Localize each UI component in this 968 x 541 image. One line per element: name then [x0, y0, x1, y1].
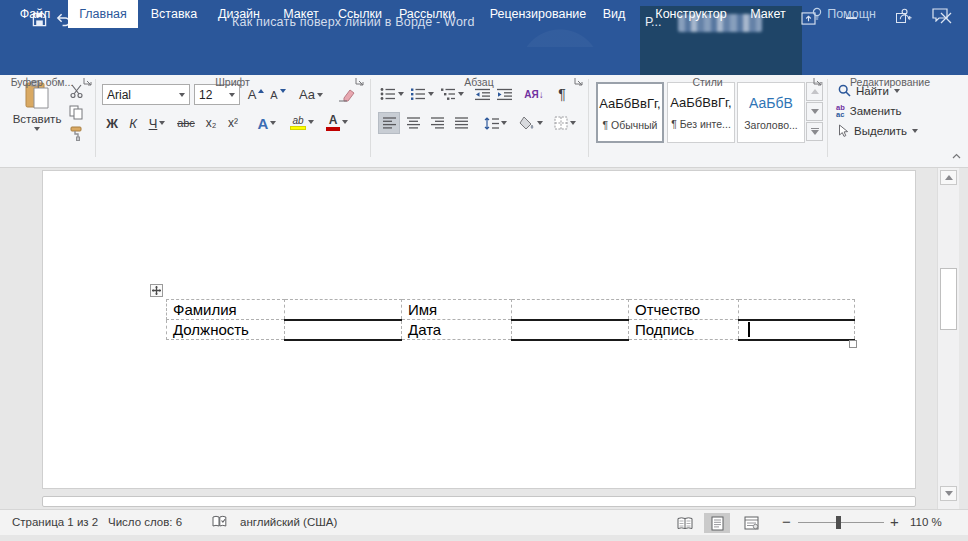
style-heading1-label: Заголово... [738, 119, 804, 131]
bold-button[interactable]: Ж [102, 112, 122, 134]
line-spacing-button[interactable] [480, 112, 510, 134]
table-row: Должность Дата Подпись [167, 320, 855, 340]
font-dialog-launcher-icon[interactable] [355, 77, 365, 87]
align-center-button[interactable] [402, 112, 424, 134]
cell-label[interactable]: Должность [167, 320, 285, 340]
numbering-icon [410, 87, 426, 101]
read-mode-button[interactable] [672, 513, 698, 533]
scroll-up-button[interactable] [940, 170, 957, 185]
zoom-slider-track[interactable] [798, 522, 884, 523]
superscript-glyph: x² [228, 116, 238, 130]
clipboard-dialog-launcher-icon[interactable] [83, 77, 93, 87]
print-layout-button[interactable] [704, 513, 730, 533]
font-size-value: 12 [199, 88, 212, 102]
tab-references[interactable]: Ссылки [334, 0, 386, 28]
align-left-icon [383, 117, 396, 129]
bullets-icon [380, 87, 396, 101]
strikethrough-glyph: abc [177, 117, 195, 129]
language-indicator[interactable]: английский (США) [240, 510, 337, 535]
page-indicator[interactable]: Страница 1 из 2 [12, 510, 98, 535]
cell-label[interactable]: Отчество [629, 300, 739, 320]
paragraph-dialog-launcher-icon[interactable] [574, 77, 584, 87]
styles-scroll-down-button[interactable] [806, 102, 823, 121]
tab-mailings[interactable]: Рассылки [394, 0, 460, 28]
word-count[interactable]: Число слов: 6 [108, 510, 182, 535]
vertical-scroll-thumb[interactable] [940, 268, 957, 330]
styles-group-label: Стили [588, 76, 827, 88]
tab-home[interactable]: Главная [68, 0, 138, 28]
tab-view[interactable]: Вид [596, 0, 632, 28]
font-group-label: Шрифт [95, 76, 370, 88]
italic-glyph: К [129, 116, 137, 131]
select-button[interactable]: Выделить [838, 124, 918, 137]
tab-file[interactable]: Файл [12, 0, 58, 28]
highlight-button[interactable]: ab [286, 110, 318, 134]
collapse-ribbon-button[interactable] [948, 148, 964, 164]
paste-button[interactable]: Вставить [10, 80, 64, 146]
lightbulb-icon [812, 7, 822, 21]
zoom-level[interactable]: 110 % [910, 510, 942, 535]
tab-table-design[interactable]: Конструктор [646, 0, 736, 28]
tab-review[interactable]: Рецензирование [484, 0, 592, 28]
format-painter-button[interactable] [64, 124, 88, 142]
web-layout-button[interactable] [738, 513, 764, 533]
align-right-button[interactable] [426, 112, 448, 134]
style-normal-label: ¶ Обычный [598, 119, 662, 131]
shading-button[interactable] [516, 112, 546, 134]
cell-label[interactable]: Подпись [629, 320, 739, 340]
replace-button[interactable]: ab ac Заменить [836, 104, 901, 118]
comments-button[interactable] [924, 0, 956, 28]
zoom-slider-thumb[interactable] [836, 516, 841, 529]
table-resize-handle[interactable] [849, 340, 857, 348]
tab-insert[interactable]: Вставка [146, 0, 202, 28]
document-page[interactable]: Фамилия Имя Отчество Должность Дата Подп… [42, 170, 916, 489]
vertical-scrollbar[interactable] [937, 168, 959, 509]
table-move-handle[interactable] [150, 284, 163, 297]
comment-icon [932, 8, 948, 22]
cell-label[interactable]: Имя [402, 300, 512, 320]
font-color-button[interactable]: А [322, 110, 352, 134]
tab-tell-me[interactable]: Помощн [806, 0, 882, 28]
scroll-up-icon [945, 175, 953, 180]
style-no-spacing[interactable]: АаБбВвГг, ¶ Без инте... [667, 82, 735, 143]
horizontal-scroll-thumb[interactable] [42, 496, 916, 507]
tab-layout[interactable]: Макет [276, 0, 326, 28]
superscript-button[interactable]: x² [222, 112, 244, 134]
borders-button[interactable] [550, 112, 580, 134]
chevron-up-icon [952, 153, 961, 159]
copy-button[interactable] [64, 103, 88, 121]
cell-blank-underlined[interactable] [512, 300, 629, 320]
zoom-in-button[interactable]: + [890, 509, 899, 534]
tell-me-label: Помощн [827, 0, 876, 28]
underline-button[interactable]: Ч [143, 112, 171, 134]
select-pointer-icon [838, 124, 849, 137]
share-button[interactable] [890, 0, 920, 28]
document-area: Фамилия Имя Отчество Должность Дата Подп… [0, 168, 968, 509]
text-effects-button[interactable]: А [252, 112, 282, 134]
cell-label[interactable]: Фамилия [167, 300, 285, 320]
cell-blank-underlined[interactable] [285, 300, 402, 320]
align-left-button[interactable] [378, 112, 400, 134]
style-heading1[interactable]: АаБбВ Заголово... [737, 82, 805, 143]
cell-blank-underlined[interactable] [512, 320, 629, 340]
grow-font-glyph: А [248, 87, 257, 102]
strikethrough-button[interactable]: abc [172, 112, 200, 134]
tab-table-layout[interactable]: Макет [742, 0, 794, 28]
word-table[interactable]: Фамилия Имя Отчество Должность Дата Подп… [166, 299, 855, 341]
clipboard-group-label: Буфер обм... [2, 76, 82, 88]
grow-arrow-icon [258, 89, 264, 93]
tab-design[interactable]: Дизайн [212, 0, 266, 28]
cell-blank-underlined[interactable] [739, 320, 855, 340]
cell-blank-underlined[interactable] [739, 300, 855, 320]
gallery-more-icon [811, 128, 819, 130]
cell-label[interactable]: Дата [402, 320, 512, 340]
zoom-out-button[interactable]: − [782, 509, 791, 534]
subscript-button[interactable]: x₂ [200, 112, 222, 134]
scroll-down-button[interactable] [940, 486, 957, 501]
styles-gallery-more-button[interactable] [806, 122, 823, 141]
style-normal[interactable]: АаБбВвГг, ¶ Обычный [596, 82, 664, 143]
italic-button[interactable]: К [124, 112, 142, 134]
styles-dialog-launcher-icon[interactable] [813, 77, 823, 87]
cell-blank-underlined[interactable] [285, 320, 402, 340]
justify-button[interactable] [450, 112, 472, 134]
